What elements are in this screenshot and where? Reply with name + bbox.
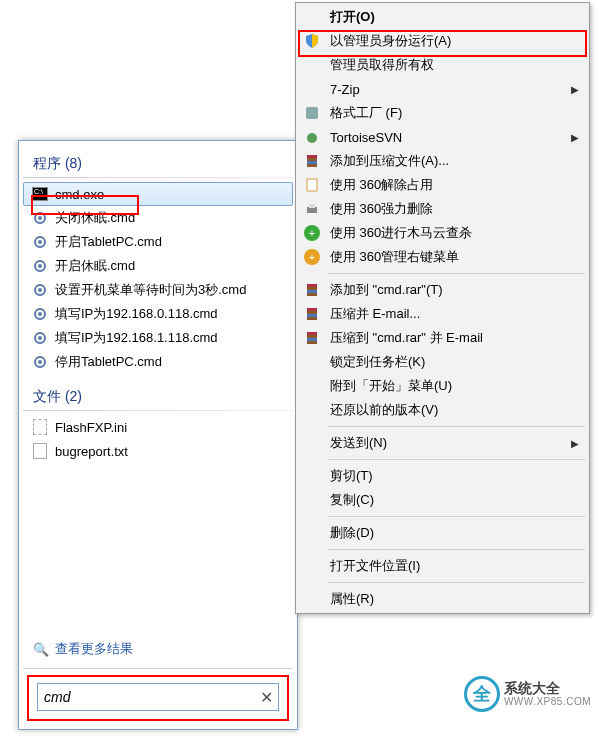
result-label: 设置开机菜单等待时间为3秒.cmd <box>55 281 246 299</box>
menu-item[interactable]: 压缩到 "cmd.rar" 并 E-mail <box>298 326 587 350</box>
clear-search-icon[interactable]: ✕ <box>254 688 278 707</box>
divider <box>23 410 293 411</box>
result-label: 停用TabletPC.cmd <box>55 353 162 371</box>
result-item[interactable]: 填写IP为192.168.1.118.cmd <box>23 326 293 350</box>
menu-item-label: 格式工厂 (F) <box>326 104 571 122</box>
menu-item[interactable]: 格式工厂 (F) <box>298 101 587 125</box>
search-input[interactable] <box>38 689 254 705</box>
menu-item[interactable]: 压缩并 E-mail... <box>298 302 587 326</box>
result-label: FlashFXP.ini <box>55 420 127 435</box>
menu-item[interactable]: 打开文件位置(I) <box>298 554 587 578</box>
menu-item[interactable]: 还原以前的版本(V) <box>298 398 587 422</box>
search-box[interactable]: ✕ <box>37 683 279 711</box>
svg-point-7 <box>38 288 42 292</box>
menu-item-label: 复制(C) <box>326 491 571 509</box>
menu-item[interactable]: 添加到 "cmd.rar"(T) <box>298 278 587 302</box>
svg-point-3 <box>38 240 42 244</box>
menu-item[interactable]: 属性(R) <box>298 587 587 611</box>
menu-separator <box>328 582 585 583</box>
gear-icon <box>31 233 49 251</box>
menu-item[interactable]: 锁定到任务栏(K) <box>298 350 587 374</box>
menu-item-label: 打开(O) <box>326 8 571 26</box>
programs-header: 程序 (8) <box>23 151 293 175</box>
result-item[interactable]: 开启TabletPC.cmd <box>23 230 293 254</box>
menu-item[interactable]: 删除(D) <box>298 521 587 545</box>
svg-point-11 <box>38 336 42 340</box>
menu-item-label: 锁定到任务栏(K) <box>326 353 571 371</box>
menu-item[interactable]: 复制(C) <box>298 488 587 512</box>
svg-rect-17 <box>307 155 317 158</box>
svg-rect-19 <box>307 179 317 191</box>
menu-item[interactable]: +使用 360管理右键菜单 <box>298 245 587 269</box>
logo-main: 系统大全 <box>504 681 591 696</box>
menu-separator <box>328 273 585 274</box>
gear-icon <box>31 281 49 299</box>
files-header: 文件 (2) <box>23 384 293 408</box>
ini-file-icon <box>31 418 49 436</box>
menu-item[interactable]: 使用 360解除占用 <box>298 173 587 197</box>
menu-item[interactable]: 添加到压缩文件(A)... <box>298 149 587 173</box>
menu-item[interactable]: TortoiseSVN▶ <box>298 125 587 149</box>
result-item[interactable]: 填写IP为192.168.0.118.cmd <box>23 302 293 326</box>
menu-item-label: 删除(D) <box>326 524 571 542</box>
menu-item-label: 压缩到 "cmd.rar" 并 E-mail <box>326 329 571 347</box>
result-item[interactable]: 关闭休眠.cmd <box>23 206 293 230</box>
context-menu: 打开(O)以管理员身份运行(A)管理员取得所有权7-Zip▶格式工厂 (F)To… <box>295 2 590 614</box>
menu-item-label: 使用 360解除占用 <box>326 176 571 194</box>
divider <box>23 177 293 178</box>
result-label: 填写IP为192.168.0.118.cmd <box>55 305 218 323</box>
360g-icon: + <box>298 225 326 241</box>
menu-item[interactable]: 发送到(N)▶ <box>298 431 587 455</box>
menu-separator <box>328 549 585 550</box>
menu-item[interactable]: 使用 360强力删除 <box>298 197 587 221</box>
menu-item[interactable]: 剪切(T) <box>298 464 587 488</box>
result-label: cmd.exe <box>55 187 104 202</box>
svg-point-15 <box>307 133 317 143</box>
svg-rect-24 <box>307 290 317 293</box>
menu-item-label: 附到「开始」菜单(U) <box>326 377 571 395</box>
logo-icon: 全 <box>464 676 500 712</box>
menu-item-label: 管理员取得所有权 <box>326 56 571 74</box>
result-item[interactable]: 设置开机菜单等待时间为3秒.cmd <box>23 278 293 302</box>
result-cmd-exe[interactable]: cmd.exe <box>23 182 293 206</box>
result-item[interactable]: 开启休眠.cmd <box>23 254 293 278</box>
start-menu-search-panel: 程序 (8) cmd.exe 关闭休眠.cmd 开启TabletPC.cmd 开… <box>18 140 298 730</box>
result-label: 开启TabletPC.cmd <box>55 233 162 251</box>
result-item[interactable]: bugreport.txt <box>23 439 293 463</box>
menu-item[interactable]: 打开(O) <box>298 5 587 29</box>
menu-item[interactable]: +使用 360进行木马云查杀 <box>298 221 587 245</box>
svg-rect-29 <box>307 332 317 335</box>
svg-rect-23 <box>307 284 317 287</box>
svg-rect-30 <box>307 338 317 341</box>
txt-file-icon <box>31 442 49 460</box>
menu-item[interactable]: 以管理员身份运行(A) <box>298 29 587 53</box>
gear-icon <box>31 209 49 227</box>
submenu-arrow-icon: ▶ <box>571 438 587 449</box>
menu-item-label: 打开文件位置(I) <box>326 557 571 575</box>
menu-item[interactable]: 7-Zip▶ <box>298 77 587 101</box>
svg-point-1 <box>38 216 42 220</box>
menu-item-label: 以管理员身份运行(A) <box>326 32 571 50</box>
result-item[interactable]: FlashFXP.ini <box>23 415 293 439</box>
menu-item[interactable]: 附到「开始」菜单(U) <box>298 374 587 398</box>
menu-separator <box>328 459 585 460</box>
gear-icon <box>31 329 49 347</box>
see-more-results[interactable]: 🔍 查看更多结果 <box>23 634 293 664</box>
logo-watermark: 全 系统大全 WWW.XP85.COM <box>464 676 591 712</box>
menu-item[interactable]: 管理员取得所有权 <box>298 53 587 77</box>
result-label: 关闭休眠.cmd <box>55 209 135 227</box>
submenu-arrow-icon: ▶ <box>571 84 587 95</box>
svg-rect-14 <box>306 107 318 119</box>
menu-item-label: 属性(R) <box>326 590 571 608</box>
doc-icon <box>298 177 326 193</box>
printer-icon <box>298 201 326 217</box>
menu-item-label: 使用 360强力删除 <box>326 200 571 218</box>
rar-icon <box>298 306 326 322</box>
svg-point-5 <box>38 264 42 268</box>
svg-rect-27 <box>307 314 317 317</box>
logo-sub: WWW.XP85.COM <box>504 696 591 707</box>
gear-icon <box>31 353 49 371</box>
programs-results: cmd.exe 关闭休眠.cmd 开启TabletPC.cmd 开启休眠.cmd… <box>23 182 293 374</box>
result-item[interactable]: 停用TabletPC.cmd <box>23 350 293 374</box>
svg-rect-18 <box>307 161 317 164</box>
